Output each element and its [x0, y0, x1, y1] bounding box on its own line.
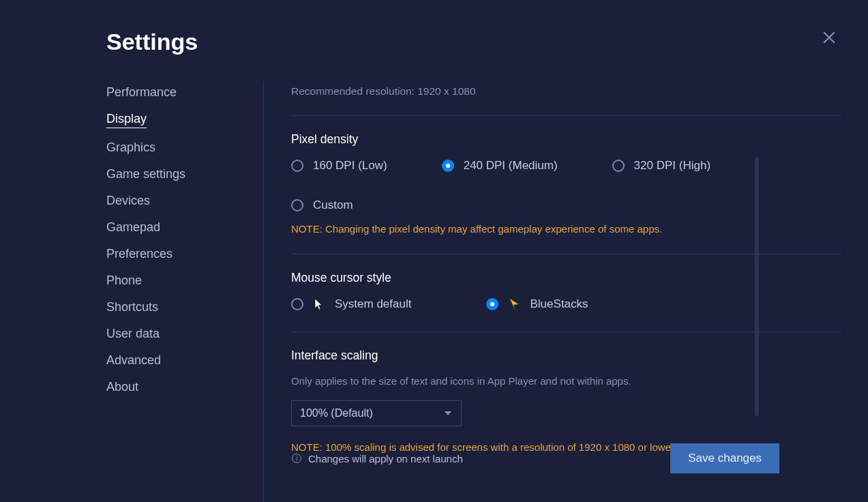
- radio-icon: [291, 160, 303, 172]
- sidebar-item-game-settings[interactable]: Game settings: [106, 167, 185, 181]
- sidebar-item-gamepad[interactable]: Gamepad: [106, 220, 160, 235]
- dpi-label: Custom: [313, 198, 353, 212]
- scaling-value: 100% (Default): [300, 407, 373, 419]
- section-divider: [291, 115, 841, 116]
- radio-icon: [291, 298, 303, 310]
- radio-icon: [291, 199, 303, 211]
- sidebar-item-shortcuts[interactable]: Shortcuts: [106, 300, 158, 314]
- sidebar-item-about[interactable]: About: [106, 380, 138, 394]
- dpi-option-high[interactable]: 320 DPI (High): [612, 159, 710, 173]
- dpi-option-medium[interactable]: 240 DPI (Medium): [442, 159, 558, 173]
- recommended-resolution: Recommended resolution: 1920 x 1080: [291, 85, 841, 98]
- footer: i Changes will apply on next launch Save…: [292, 443, 779, 473]
- scrollbar[interactable]: [755, 157, 759, 416]
- sidebar-item-performance[interactable]: Performance: [106, 85, 177, 100]
- dpi-option-low[interactable]: 160 DPI (Low): [291, 159, 387, 173]
- dpi-label: 320 DPI (High): [634, 159, 710, 173]
- cursor-system-icon: [313, 298, 325, 310]
- chevron-down-icon: [445, 411, 451, 415]
- close-button[interactable]: [822, 30, 837, 45]
- sidebar-item-graphics[interactable]: Graphics: [106, 141, 155, 155]
- cursor-option-bluestacks[interactable]: BlueStacks: [486, 297, 588, 311]
- cursor-label: System default: [335, 297, 411, 311]
- sidebar-item-devices[interactable]: Devices: [106, 194, 150, 208]
- dpi-label: 160 DPI (Low): [313, 159, 387, 173]
- sidebar-item-advanced[interactable]: Advanced: [106, 353, 161, 368]
- radio-icon: [442, 160, 454, 172]
- sidebar-item-phone[interactable]: Phone: [106, 274, 142, 288]
- cursor-option-system[interactable]: System default: [291, 297, 411, 311]
- sidebar: Performance Display Graphics Game settin…: [106, 81, 263, 502]
- radio-icon: [612, 160, 625, 172]
- footer-info-text: Changes will apply on next launch: [308, 453, 463, 464]
- radio-icon: [486, 298, 498, 310]
- pixel-density-title: Pixel density: [291, 132, 841, 147]
- cursor-bluestacks-icon: [508, 298, 520, 310]
- sidebar-item-display[interactable]: Display: [106, 112, 147, 128]
- sidebar-item-user-data[interactable]: User data: [106, 327, 160, 341]
- content-panel: Recommended resolution: 1920 x 1080 Pixe…: [264, 81, 868, 502]
- cursor-label: BlueStacks: [530, 297, 588, 311]
- scaling-select[interactable]: 100% (Default): [291, 400, 462, 426]
- page-title: Settings: [106, 29, 868, 55]
- info-icon: i: [292, 454, 301, 463]
- save-changes-button[interactable]: Save changes: [670, 443, 779, 473]
- dpi-label: 240 DPI (Medium): [464, 159, 558, 173]
- sidebar-item-preferences[interactable]: Preferences: [106, 247, 173, 261]
